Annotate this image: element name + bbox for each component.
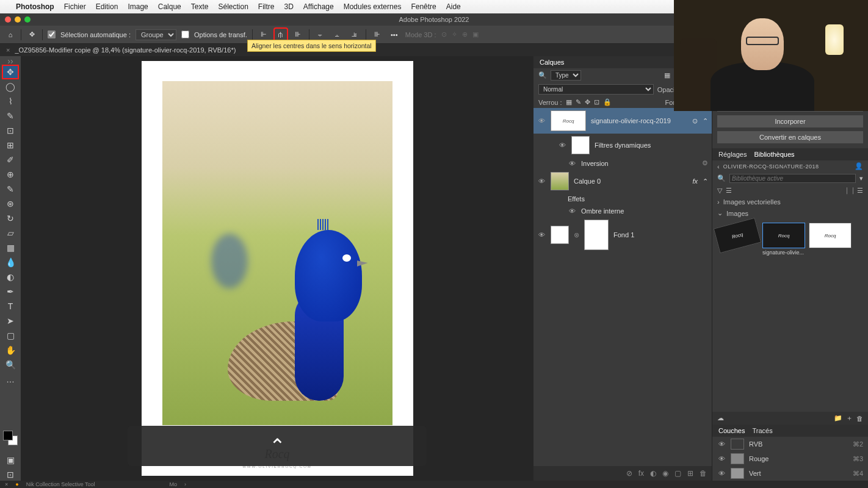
healing-tool[interactable]: ⊕ xyxy=(3,168,18,181)
lib-item-3[interactable]: Rocq xyxy=(809,223,852,248)
mask-thumb[interactable] xyxy=(584,220,609,250)
fx-badge[interactable]: fx xyxy=(692,178,698,185)
path-select-tool[interactable]: ➤ xyxy=(3,315,18,327)
lib-add-icon[interactable]: ＋ xyxy=(846,414,853,423)
lib-delete-icon[interactable]: 🗑 xyxy=(856,415,863,422)
stamp-tool[interactable]: ⊛ xyxy=(3,198,18,210)
sort-icon[interactable]: ☰ xyxy=(726,187,732,195)
link-icon[interactable]: ⊗ xyxy=(574,231,579,239)
shape-tool[interactable]: ▢ xyxy=(3,329,18,342)
distribute-icon[interactable]: ⊪ xyxy=(371,29,383,41)
channel-vert[interactable]: 👁 Vert ⌘4 xyxy=(712,466,868,481)
group-icon[interactable]: ▢ xyxy=(675,469,681,478)
channel-thumb[interactable] xyxy=(731,453,744,464)
align-top-icon[interactable]: ⫟ xyxy=(314,29,327,41)
collapse-toolbar-icon[interactable]: ›› xyxy=(3,59,18,63)
move-tool[interactable]: ✥ xyxy=(3,66,18,78)
menu-filtre[interactable]: Filtre xyxy=(258,2,275,11)
layer-calque0[interactable]: 👁 Calque 0 fx ⌃ xyxy=(533,170,712,193)
filter-type-dropdown[interactable]: Type xyxy=(551,70,581,81)
layer-thumb[interactable]: Rocq xyxy=(551,110,586,131)
transform-opts-checkbox[interactable] xyxy=(181,30,189,38)
visibility-icon[interactable]: 👁 xyxy=(537,178,546,185)
menu-fenetre[interactable]: Fenêtre xyxy=(411,2,436,11)
status-arrow-icon[interactable]: › xyxy=(184,481,186,487)
visibility-icon[interactable]: 👁 xyxy=(558,142,566,149)
visibility-icon[interactable]: 👁 xyxy=(717,440,726,448)
frame-tool[interactable]: ⊞ xyxy=(3,139,18,151)
back-icon[interactable]: ‹ xyxy=(717,163,720,170)
layer-thumb[interactable] xyxy=(551,226,569,244)
link-layers-icon[interactable]: ⊘ xyxy=(626,469,632,478)
blur-tool[interactable]: 💧 xyxy=(3,256,18,268)
edit-toolbar-icon[interactable]: … xyxy=(3,373,18,386)
menu-selection[interactable]: Sélection xyxy=(218,2,248,11)
type-tool[interactable]: T xyxy=(3,300,18,312)
lib-item-2[interactable]: Rocq xyxy=(762,223,805,248)
color-swatches[interactable] xyxy=(3,431,18,445)
marquee-tool[interactable]: ◯ xyxy=(3,81,18,93)
channel-thumb[interactable] xyxy=(731,439,744,450)
lock-all-icon[interactable]: 🔒 xyxy=(603,98,612,106)
layer-signature[interactable]: 👁 Rocq signature-olivier-rocq-2019 ⊙ ⌃ xyxy=(533,108,712,134)
couches-tab[interactable]: Couches xyxy=(718,427,745,434)
move-tool-icon[interactable]: ✥ xyxy=(26,29,37,40)
auto-select-dropdown[interactable]: Groupe xyxy=(136,29,176,40)
menu-image[interactable]: Image xyxy=(128,2,148,11)
reglages-tab[interactable]: Réglages xyxy=(718,151,747,158)
view-grid-icon[interactable]: ☰ xyxy=(857,187,863,195)
align-bottom-icon[interactable]: ⫡ xyxy=(349,29,361,41)
layers-tab[interactable]: Calques xyxy=(540,59,564,66)
chevron-right-icon[interactable]: › xyxy=(717,198,720,206)
close-window-button[interactable] xyxy=(5,16,11,23)
search-dropdown-icon[interactable]: ▾ xyxy=(859,174,863,182)
embed-button[interactable]: Incorporer xyxy=(717,115,863,127)
pen-tool[interactable]: ✒ xyxy=(3,285,18,298)
layer-inversion[interactable]: 👁 Inversion ⚙ xyxy=(533,157,712,170)
layer-smartfilters[interactable]: 👁 Filtres dynamiques xyxy=(533,134,712,157)
new-layer-icon[interactable]: ⊞ xyxy=(687,469,693,478)
lock-brush-icon[interactable]: ✎ xyxy=(576,98,581,106)
lib-section-vectors[interactable]: Images vectorielles xyxy=(723,198,781,206)
status-close-icon[interactable]: × xyxy=(5,481,8,487)
lock-move-icon[interactable]: ✥ xyxy=(585,98,590,106)
quickmask-icon[interactable]: ▣ xyxy=(3,454,18,466)
layer-thumb[interactable] xyxy=(551,172,569,190)
invite-icon[interactable]: 👤 xyxy=(855,162,863,170)
menu-edition[interactable]: Edition xyxy=(96,2,118,11)
view-list-icon[interactable]: ⎹⎹ xyxy=(841,187,853,195)
filter-icon[interactable]: ▽ xyxy=(717,187,722,195)
menu-affichage[interactable]: Affichage xyxy=(303,2,334,11)
channel-thumb[interactable] xyxy=(731,468,744,479)
library-name[interactable]: OLIVIER-ROCQ-SIGNATURE-2018 xyxy=(723,163,819,170)
close-tab-icon[interactable]: × xyxy=(6,46,10,54)
layer-effets[interactable]: Effets xyxy=(533,193,712,205)
lib-section-images[interactable]: Images xyxy=(726,210,748,217)
visibility-icon[interactable]: 👁 xyxy=(717,455,726,462)
home-icon[interactable]: ⌂ xyxy=(5,29,16,40)
foreground-swatch[interactable] xyxy=(3,431,13,440)
menu-modules[interactable]: Modules externes xyxy=(344,2,402,11)
history-brush-tool[interactable]: ↻ xyxy=(3,212,18,224)
collapse-icon[interactable]: ⌃ xyxy=(703,178,708,185)
menu-texte[interactable]: Texte xyxy=(191,2,209,11)
channel-rouge[interactable]: 👁 Rouge ⌘3 xyxy=(712,451,868,466)
filter-settings-icon[interactable]: ⚙ xyxy=(702,159,708,167)
eraser-tool[interactable]: ▱ xyxy=(3,227,18,239)
app-name[interactable]: Photoshop xyxy=(16,2,54,11)
menu-calque[interactable]: Calque xyxy=(158,2,181,11)
layer-fond1[interactable]: 👁 ⊗ Fond 1 xyxy=(533,217,712,253)
visibility-icon[interactable]: 👁 xyxy=(568,160,576,167)
lock-pixels-icon[interactable]: ▦ xyxy=(566,98,572,106)
zoom-tool[interactable]: 🔍 xyxy=(3,359,18,371)
lib-item-1[interactable]: Rocq xyxy=(714,218,761,254)
menu-fichier[interactable]: Fichier xyxy=(64,2,86,11)
blend-mode-dropdown[interactable]: Normal xyxy=(538,84,654,95)
menu-aide[interactable]: Aide xyxy=(446,2,461,11)
auto-select-checkbox[interactable] xyxy=(48,30,56,38)
channel-rvb[interactable]: 👁 RVB ⌘2 xyxy=(712,437,868,451)
lib-folder-icon[interactable]: 📁 xyxy=(834,414,842,422)
fx-icon[interactable]: fx xyxy=(638,469,644,478)
chevron-down-icon[interactable]: ⌄ xyxy=(717,209,723,217)
cloud-icon[interactable]: ☁ xyxy=(717,414,724,422)
